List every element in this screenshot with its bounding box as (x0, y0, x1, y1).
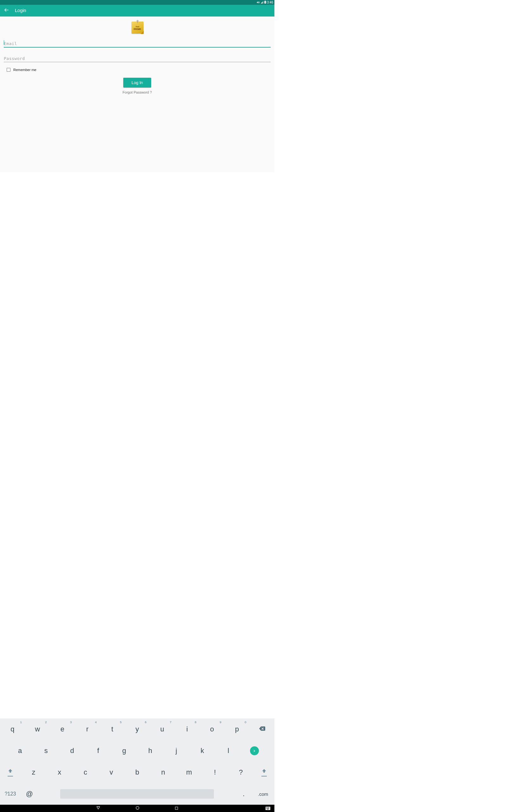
svg-point-4 (137, 20, 137, 21)
back-icon[interactable] (4, 7, 9, 14)
password-field[interactable] (4, 54, 271, 62)
svg-rect-1 (265, 1, 266, 1)
page-title: Login (15, 8, 26, 13)
remember-label: Remember me (13, 68, 37, 72)
forgot-password-link[interactable]: Forgot Password ? (123, 90, 152, 94)
email-field-wrap (4, 39, 271, 48)
app-bar: Login (0, 5, 274, 16)
email-field[interactable] (4, 39, 271, 48)
svg-rect-5 (137, 21, 137, 23)
signal-icon (261, 1, 263, 4)
clock: 3:46 (267, 1, 273, 4)
pushpin-icon (136, 19, 139, 25)
status-bar: 4G 3:46 (0, 0, 274, 5)
battery-icon (264, 1, 266, 4)
password-field-wrap (4, 54, 271, 62)
remember-row[interactable]: Remember me (4, 68, 271, 72)
logo: Task Manager (0, 16, 274, 39)
login-button[interactable]: Log In (123, 78, 151, 88)
network-label: 4G (257, 1, 260, 3)
content: Task Manager Remember me Log In Forgot P… (0, 16, 274, 172)
remember-checkbox[interactable] (7, 68, 10, 72)
